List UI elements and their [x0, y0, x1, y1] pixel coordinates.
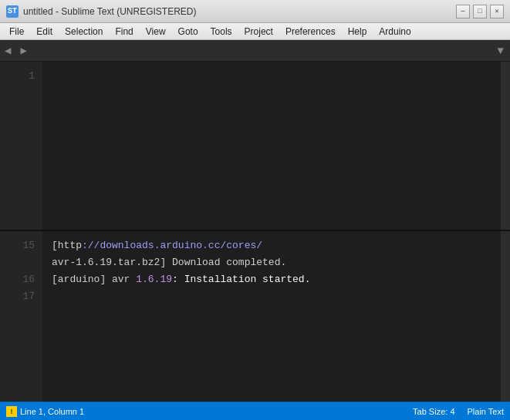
menu-goto[interactable]: Goto — [172, 25, 204, 39]
status-indicator-icon: ! — [6, 406, 17, 417]
close-button[interactable]: ✕ — [490, 5, 504, 18]
line15-url: ://downloads.arduino.cc/cores/ — [82, 240, 262, 251]
menu-selection[interactable]: Selection — [59, 25, 109, 39]
lower-scrollbar[interactable] — [501, 231, 510, 402]
gutter-line-17: 17 — [0, 288, 35, 305]
gutter-line-16: 16 — [0, 271, 35, 288]
lower-code-area[interactable]: [http://downloads.arduino.cc/cores/ avr-… — [42, 231, 501, 402]
window-controls[interactable]: ─ □ ✕ — [456, 5, 504, 18]
menu-file[interactable]: File — [3, 25, 30, 39]
code-line-17 — [52, 288, 501, 305]
menu-find[interactable]: Find — [109, 25, 139, 39]
menu-view[interactable]: View — [140, 25, 172, 39]
line16-version: 1.6.19 — [136, 274, 172, 285]
gutter-line-blank — [0, 254, 35, 271]
status-language[interactable]: Plain Text — [468, 407, 505, 416]
tab-bar: ◀ ▶ ▼ — [0, 40, 510, 62]
line16-text1: [arduino] avr — [52, 274, 136, 285]
status-left: ! Line 1, Column 1 — [6, 406, 84, 417]
menu-tools[interactable]: Tools — [204, 25, 238, 39]
menu-bar: File Edit Selection Find View Goto Tools… — [0, 23, 510, 40]
menu-preferences[interactable]: Preferences — [279, 25, 342, 39]
status-tab-size[interactable]: Tab Size: 4 — [413, 407, 454, 416]
upper-gutter: 1 — [0, 62, 42, 230]
code-line-15: [http://downloads.arduino.cc/cores/ — [52, 237, 501, 254]
status-bar: ! Line 1, Column 1 Tab Size: 4 Plain Tex… — [0, 402, 510, 420]
tab-prev-button[interactable]: ◀ — [0, 44, 15, 57]
menu-edit[interactable]: Edit — [30, 25, 59, 39]
window-title: untitled - Sublime Text (UNREGISTERED) — [23, 6, 197, 17]
app-icon: ST — [6, 5, 19, 18]
tab-next-button[interactable]: ▶ — [15, 44, 31, 57]
maximize-button[interactable]: □ — [473, 5, 487, 18]
menu-help[interactable]: Help — [342, 25, 373, 39]
menu-arduino[interactable]: Arduino — [373, 25, 417, 39]
gutter-line-15: 15 — [0, 237, 35, 254]
tab-dropdown-button[interactable]: ▼ — [498, 45, 504, 57]
line15-bracket: [http — [52, 240, 82, 251]
line15-cont-text: avr-1.6.19.tar.bz2] Download completed. — [52, 257, 286, 268]
gutter-line-1: 1 — [0, 68, 35, 85]
title-bar: ST untitled - Sublime Text (UNREGISTERED… — [0, 0, 510, 23]
status-position: Line 1, Column 1 — [20, 407, 84, 416]
code-line-15-cont: avr-1.6.19.tar.bz2] Download completed. — [52, 254, 501, 271]
status-right: Tab Size: 4 Plain Text — [413, 407, 504, 416]
minimize-button[interactable]: ─ — [456, 5, 470, 18]
upper-code-area[interactable] — [42, 62, 501, 230]
upper-scrollbar[interactable] — [501, 62, 510, 230]
editor-container: 1 15 16 17 [http://downloads.arduino.cc/… — [0, 62, 510, 402]
line16-text2: : Installation started. — [172, 274, 310, 285]
code-line-16: [arduino] avr 1.6.19: Installation start… — [52, 271, 501, 288]
menu-project[interactable]: Project — [238, 25, 279, 39]
lower-gutter: 15 16 17 — [0, 231, 42, 402]
upper-pane[interactable]: 1 — [0, 62, 510, 231]
lower-pane[interactable]: 15 16 17 [http://downloads.arduino.cc/co… — [0, 231, 510, 402]
